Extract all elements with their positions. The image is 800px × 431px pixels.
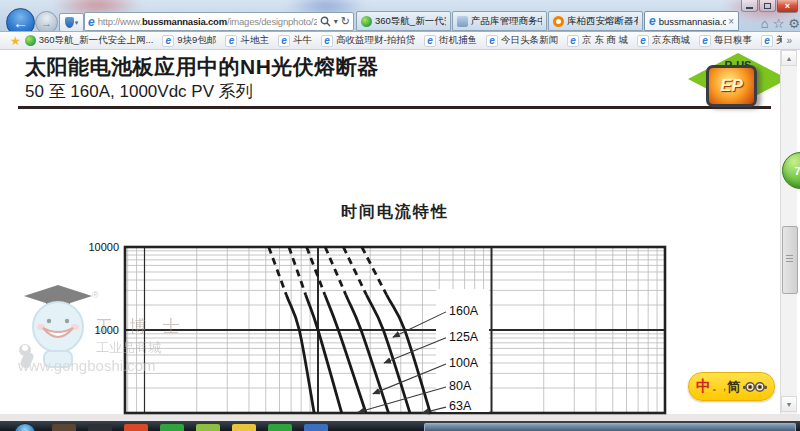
- scroll-down-icon: ▼: [786, 401, 793, 408]
- vertical-scrollbar[interactable]: ▲ ▼: [780, 50, 797, 414]
- taskbar-app-icon[interactable]: [268, 424, 292, 431]
- y-axis-tick-label: 10000: [88, 241, 119, 253]
- taskbar-app-icon[interactable]: [304, 424, 328, 431]
- scroll-up-icon: ▲: [786, 55, 793, 62]
- scrollbar-thumb[interactable]: [782, 226, 798, 294]
- curve-label-100A: 100A: [449, 356, 479, 370]
- ime-language-indicator[interactable]: 中: [696, 377, 711, 396]
- curve-label-160A: 160A: [449, 304, 479, 318]
- ime-status-bar[interactable]: 中 。, 简: [688, 372, 775, 401]
- curve-label-63A: 63A: [449, 399, 472, 413]
- browser-window: ← → ▾ e http://www.bussmannasia.com/imag…: [0, 0, 800, 431]
- taskbar-app-icon[interactable]: [124, 424, 148, 431]
- gongboshi-watermark: ® 工 博 士 工业品商城 www.gongboshi.com: [12, 280, 247, 375]
- taskbar-app-icon[interactable]: [160, 424, 184, 431]
- sogou-eyes-icon[interactable]: [743, 378, 767, 396]
- taskbar-active-window-button[interactable]: [424, 423, 796, 431]
- watermark-brand: 工 博 士: [96, 317, 186, 336]
- scroll-up-button[interactable]: ▲: [781, 50, 797, 66]
- registered-mark: ®: [92, 290, 99, 300]
- curve-label-80A: 80A: [449, 379, 472, 393]
- ime-punctuation-indicator[interactable]: 。,: [712, 379, 726, 394]
- ime-simplified-indicator[interactable]: 简: [727, 378, 740, 396]
- taskbar-app-icon[interactable]: [52, 424, 76, 431]
- taskbar-app-icon[interactable]: [232, 424, 256, 431]
- watermark-subtitle: 工业品商城: [96, 340, 161, 355]
- curve-label-125A: 125A: [449, 330, 479, 344]
- taskbar-app-icon[interactable]: [196, 424, 220, 431]
- scroll-down-button[interactable]: ▼: [781, 396, 797, 412]
- taskbar-app-icon[interactable]: [88, 424, 112, 431]
- watermark-url: www.gongboshi.com: [17, 357, 156, 374]
